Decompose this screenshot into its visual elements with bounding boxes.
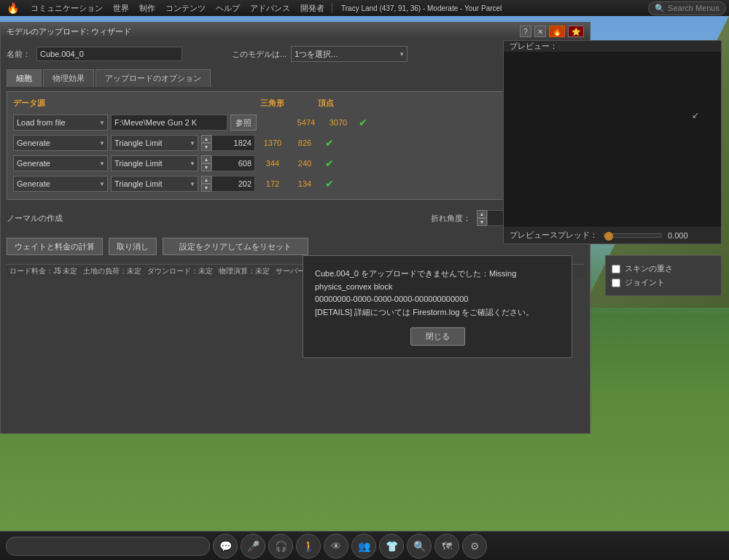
tab-physics[interactable]: 物理効果: [43, 69, 94, 87]
spinner-arrows-2: ▲ ▼: [201, 155, 211, 171]
menu-world[interactable]: 世界: [109, 1, 133, 15]
spinner-input-3[interactable]: [211, 176, 255, 192]
menu-content[interactable]: コンテンツ: [161, 1, 210, 15]
vertices-value-3: 134: [290, 179, 319, 188]
triangles-value-3: 172: [258, 179, 287, 188]
menu-communication[interactable]: コミュニケーション: [26, 1, 107, 15]
error-line-1: Cube.004_0 をアップロードできませんでした：Missing: [315, 269, 516, 278]
search-button[interactable]: 🔍: [407, 534, 432, 559]
source-dropdown-1[interactable]: Generate: [13, 135, 108, 151]
preview-panel: プレビュー： ↙ プレビュースプレッド： 0.000: [503, 40, 722, 244]
eye-icon: 👁: [331, 540, 341, 552]
angle-spinner-up[interactable]: ▲: [477, 210, 487, 218]
calc-button[interactable]: ウェイトと料金の計算: [7, 238, 103, 255]
download-status: ダウンロード：未定: [147, 266, 213, 276]
name-input[interactable]: [36, 47, 182, 61]
col-headers: 三角形 頂点: [254, 98, 344, 109]
check-icon-1: ✔: [325, 137, 334, 149]
source-dropdown-3[interactable]: Generate: [13, 176, 108, 192]
spinner-up-3[interactable]: ▲: [201, 176, 211, 184]
check-icon-0: ✔: [359, 117, 367, 128]
preview-spread-row: プレビュースプレッド： 0.000: [504, 227, 721, 244]
cancel-button[interactable]: 取り消し: [109, 238, 157, 255]
spinner-input-1[interactable]: [211, 135, 255, 151]
slider-thumb[interactable]: [604, 232, 613, 241]
spinner-down-1[interactable]: ▼: [201, 143, 211, 151]
menu-separator: [332, 3, 332, 13]
source-dropdown-wrapper-3: Generate ▼: [13, 176, 108, 192]
type-dropdown-1[interactable]: Triangle Limit: [111, 135, 198, 151]
dialog-close-btn[interactable]: ✕: [534, 26, 546, 37]
dialog-content: 名前： このモデルは... 1つを選択... ▼ 細胞 物理効果 アップロードの…: [1, 40, 590, 284]
list-item: スキンの重さ: [612, 262, 715, 276]
name-row: 名前： このモデルは... 1つを選択... ▼: [7, 46, 584, 62]
walk-button[interactable]: 🚶: [296, 534, 321, 559]
spread-label: プレビュースプレッド：: [510, 230, 598, 241]
physics-status: 物理演算：未定: [219, 266, 270, 276]
mic-button[interactable]: 🎤: [241, 534, 265, 559]
settings-btn[interactable]: ⚙: [462, 534, 487, 559]
type-dropdown-wrapper-3: Triangle Limit ▼: [111, 176, 198, 192]
dialog-star-btn[interactable]: ⭐: [568, 26, 584, 37]
camera-button[interactable]: 👁: [324, 534, 348, 559]
model-select-area: このモデルは... 1つを選択... ▼: [232, 46, 408, 62]
data-source-section: データ源 三角形 頂点 Load from file ▼ 参照: [13, 98, 577, 193]
dialog-help-btn[interactable]: ?: [520, 26, 531, 37]
menu-advance[interactable]: アドバンス: [246, 1, 295, 15]
spinner-down-2[interactable]: ▼: [201, 163, 211, 171]
spinner-input-2[interactable]: [211, 155, 255, 171]
model-dropdown-wrapper: 1つを選択... ▼: [291, 46, 408, 62]
source-dropdown-wrapper-2: Generate ▼: [13, 155, 108, 171]
vertices-value-2: 240: [290, 159, 319, 168]
source-dropdown-0[interactable]: Load from file: [13, 114, 108, 131]
preview-label: プレビュー：: [504, 39, 564, 53]
file-path-input[interactable]: [111, 114, 227, 131]
table-row: Load from file ▼ 参照 5474 3070 ✔: [13, 113, 577, 132]
skin-weight-checkbox[interactable]: [612, 265, 620, 273]
menu-developer[interactable]: 開発者: [296, 1, 329, 15]
chat-input[interactable]: [6, 537, 210, 556]
check-icon-2: ✔: [325, 158, 334, 169]
dialog-controls: ? ✕ 🔥 ⭐: [520, 26, 584, 37]
mic-icon: 🎤: [247, 540, 260, 552]
chat-icon: 💬: [219, 540, 232, 552]
type-dropdown-2[interactable]: Triangle Limit: [111, 155, 198, 171]
table-row: Generate ▼ Triangle Limit ▼ ▲ ▼: [13, 174, 577, 193]
model-dropdown[interactable]: 1つを選択...: [291, 46, 408, 62]
source-dropdown-2[interactable]: Generate: [13, 155, 108, 171]
people-button[interactable]: 👥: [351, 534, 376, 559]
ref-button[interactable]: 参照: [230, 114, 257, 131]
joint-checkbox[interactable]: [612, 279, 620, 287]
headset-button[interactable]: 🎧: [268, 534, 293, 559]
error-close-button[interactable]: 閉じる: [410, 327, 465, 346]
appearance-button[interactable]: 👕: [379, 534, 404, 559]
angle-spinner-down[interactable]: ▼: [477, 218, 487, 226]
user-info-area: Tracy Land (437, 91, 36) - Moderate - Yo…: [341, 4, 502, 12]
preview-canvas: ↙: [504, 52, 721, 227]
search-menus-input[interactable]: 🔍 Search Menus: [648, 1, 726, 15]
skin-weight-label: スキンの重さ: [625, 263, 673, 274]
tab-content: データ源 三角形 頂点 Load from file ▼ 参照: [7, 91, 584, 200]
spinner-up-2[interactable]: ▲: [201, 155, 211, 163]
chat-button[interactable]: 💬: [213, 534, 238, 559]
spinner-1: ▲ ▼: [201, 135, 255, 151]
vertices-value-1: 826: [290, 139, 319, 147]
tab-details[interactable]: 細胞: [7, 69, 42, 87]
error-dialog: Cube.004_0 をアップロードできませんでした：Missing physi…: [303, 255, 572, 358]
tab-upload[interactable]: アップロードのオプション: [95, 69, 211, 87]
spread-value: 0.000: [668, 231, 688, 240]
map-button[interactable]: 🗺: [434, 534, 459, 559]
menu-create[interactable]: 制作: [135, 1, 160, 15]
menu-help[interactable]: ヘルプ: [211, 1, 244, 15]
settings-button[interactable]: 設定をクリアしてムをリセット: [163, 238, 308, 255]
search-icon: 🔍: [413, 540, 426, 552]
spread-slider[interactable]: [604, 233, 662, 238]
dialog-icon-btn[interactable]: 🔥: [549, 26, 565, 37]
spinner-up-1[interactable]: ▲: [201, 135, 211, 143]
spinner-down-3[interactable]: ▼: [201, 184, 211, 192]
list-item: ジョイント: [612, 276, 715, 289]
col-triangles-header: 三角形: [254, 98, 290, 109]
type-dropdown-wrapper-2: Triangle Limit ▼: [111, 155, 198, 171]
type-dropdown-3[interactable]: Triangle Limit: [111, 176, 198, 192]
normal-label: ノーマルの作成: [7, 213, 63, 224]
